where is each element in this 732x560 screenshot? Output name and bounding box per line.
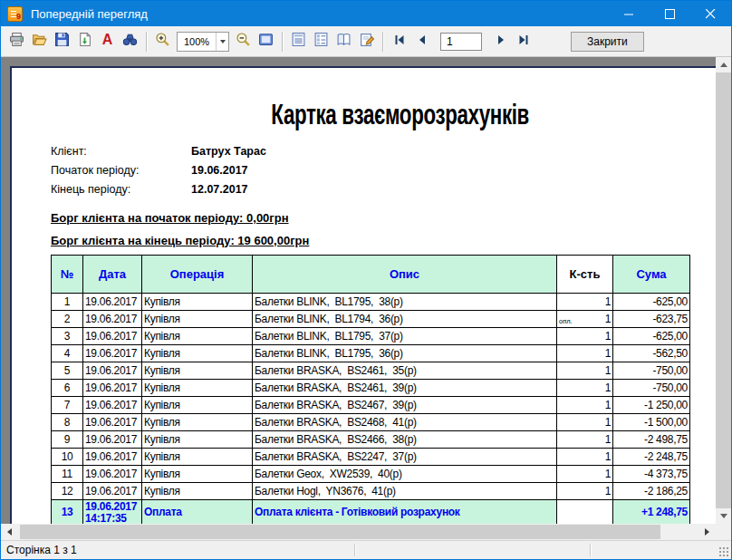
nav-last-button[interactable] bbox=[512, 30, 535, 53]
outline-button[interactable] bbox=[287, 30, 310, 53]
row-number-cell: 4 bbox=[52, 345, 83, 362]
preview-window: 9 Попередній перегляд A 100% bbox=[0, 0, 732, 560]
zoom-select[interactable]: 100% bbox=[177, 32, 229, 52]
bookmarks-button[interactable] bbox=[332, 30, 355, 53]
sum-cell: +1 248,75 bbox=[613, 500, 690, 525]
svg-text:A: A bbox=[102, 32, 113, 47]
chevron-down-icon bbox=[220, 40, 226, 43]
resize-grip[interactable] bbox=[718, 546, 729, 557]
maximize-button[interactable] bbox=[650, 1, 690, 26]
date-cell: 19.06.2017 bbox=[83, 328, 142, 345]
date-cell: 19.06.2017 bbox=[83, 311, 142, 328]
row-number-cell: 5 bbox=[52, 362, 83, 380]
toolbar: A 100% Закрити bbox=[1, 26, 731, 57]
export-pdf-button[interactable]: A bbox=[96, 30, 119, 53]
row-number-cell: 10 bbox=[52, 449, 83, 466]
scrollbar-corner bbox=[715, 524, 731, 540]
field-value: Батрух Тарас bbox=[191, 142, 266, 161]
description-cell: Балетки BRASKA, BS2466, 38(р) bbox=[253, 431, 557, 449]
page-number-input[interactable] bbox=[440, 33, 482, 51]
report-page: Картка взаєморозрахунків Клієнт:Батрух Т… bbox=[10, 66, 731, 524]
field-label: Клієнт: bbox=[51, 142, 191, 161]
fit-page-button[interactable] bbox=[255, 30, 277, 53]
col-header-operation: Операція bbox=[142, 256, 253, 294]
horizontal-scroll-track[interactable] bbox=[17, 524, 698, 540]
sum-cell: -1 500,00 bbox=[613, 414, 690, 431]
col-header-date: Дата bbox=[83, 256, 142, 294]
operation-cell: Купівля bbox=[142, 397, 253, 414]
debt-end-line: Борг клієнта на кінець періоду: 19 600,0… bbox=[51, 234, 731, 247]
operation-cell: Купівля bbox=[142, 294, 253, 311]
scroll-left-button[interactable] bbox=[1, 524, 17, 540]
status-bar: Сторінка 1 з 1 bbox=[1, 540, 731, 559]
sum-cell: -2 498,75 bbox=[613, 431, 690, 449]
vertical-scrollbar[interactable] bbox=[716, 57, 731, 524]
table-header-row: № Дата Операція Опис К-сть Сума bbox=[52, 256, 690, 294]
report-table-body: 1 19.06.2017 Купівля Балетки BLINK, BL17… bbox=[52, 294, 690, 525]
close-window-button[interactable] bbox=[690, 1, 731, 26]
zoom-dropdown-button[interactable] bbox=[216, 33, 228, 51]
date-cell: 19.06.2017 bbox=[83, 483, 142, 500]
window-title: Попередній перегляд bbox=[31, 7, 148, 21]
row-number-cell: 3 bbox=[52, 328, 83, 345]
field-label: Початок періоду: bbox=[51, 161, 191, 180]
horizontal-scroll-thumb[interactable] bbox=[20, 525, 660, 539]
zoom-out-button[interactable] bbox=[232, 30, 255, 53]
minimize-button[interactable] bbox=[609, 1, 650, 26]
sum-cell: -625,00 bbox=[613, 294, 690, 311]
nav-prev-icon bbox=[416, 34, 429, 50]
date-cell: 19.06.2017 bbox=[83, 294, 142, 311]
scroll-right-button[interactable] bbox=[698, 524, 715, 540]
edit-icon bbox=[359, 32, 374, 51]
sum-cell: -562,50 bbox=[613, 345, 690, 362]
report-title: Картка взаєморозрахунків bbox=[12, 99, 731, 131]
nav-first-button[interactable] bbox=[388, 30, 410, 53]
toolbar-separator bbox=[282, 32, 283, 52]
table-row: 13 19.06.201714:17:35 Оплата Оплата кліє… bbox=[52, 500, 690, 525]
open-folder-icon bbox=[32, 32, 47, 51]
qty-cell: 1 bbox=[557, 483, 613, 500]
sum-cell: -623,75 bbox=[613, 311, 690, 328]
save-button[interactable] bbox=[51, 30, 73, 53]
edit-page-button[interactable] bbox=[355, 30, 378, 53]
open-button[interactable] bbox=[28, 30, 51, 53]
horizontal-scrollbar[interactable] bbox=[1, 524, 731, 540]
qty-cell: 1 bbox=[557, 449, 613, 466]
pdf-icon: A bbox=[100, 32, 115, 51]
row-number-cell: 7 bbox=[52, 397, 83, 414]
table-row: 9 19.06.2017 Купівля Балетки BRASKA, BS2… bbox=[52, 431, 690, 449]
zoom-in-button[interactable] bbox=[151, 30, 174, 53]
sum-cell: -1 250,00 bbox=[613, 397, 690, 414]
description-cell: Оплата клієнта - Готівковий розрахунок bbox=[253, 500, 557, 525]
table-row: 4 19.06.2017 Купівля Балетки BLINK, BL17… bbox=[52, 345, 690, 362]
export-button[interactable] bbox=[73, 30, 96, 53]
zoom-in-icon bbox=[155, 32, 170, 51]
find-button[interactable] bbox=[119, 30, 141, 53]
col-header-sum: Сума bbox=[613, 256, 690, 294]
nav-last-icon bbox=[517, 34, 530, 50]
vertical-scroll-thumb[interactable] bbox=[716, 72, 731, 508]
nav-next-button[interactable] bbox=[489, 30, 512, 53]
thumbnails-button[interactable] bbox=[310, 30, 332, 53]
description-cell: Балетки BLINK, BL1794, 36(р) bbox=[253, 311, 557, 328]
row-number-cell: 12 bbox=[52, 483, 83, 500]
print-icon bbox=[9, 32, 24, 51]
row-number-cell: 9 bbox=[52, 431, 83, 449]
nav-first-icon bbox=[393, 34, 406, 50]
save-icon bbox=[54, 32, 70, 51]
print-button[interactable] bbox=[5, 30, 28, 53]
window-controls bbox=[609, 1, 731, 26]
qty-cell: 1 bbox=[557, 466, 613, 483]
operation-cell: Купівля bbox=[142, 483, 253, 500]
sum-cell: -2 186,25 bbox=[613, 483, 690, 500]
chevron-left-icon bbox=[7, 528, 12, 536]
fit-page-icon bbox=[258, 32, 274, 51]
nav-prev-button[interactable] bbox=[410, 30, 433, 53]
description-cell: Балетки BRASKA, BS2468, 41(р) bbox=[253, 414, 557, 431]
scroll-up-button[interactable] bbox=[716, 57, 731, 72]
close-preview-button[interactable]: Закрити bbox=[571, 32, 644, 52]
chevron-right-icon bbox=[705, 528, 709, 536]
scroll-down-button[interactable] bbox=[716, 508, 731, 524]
date-cell: 19.06.2017 bbox=[83, 345, 142, 362]
row-number-cell: 2 bbox=[52, 311, 83, 328]
